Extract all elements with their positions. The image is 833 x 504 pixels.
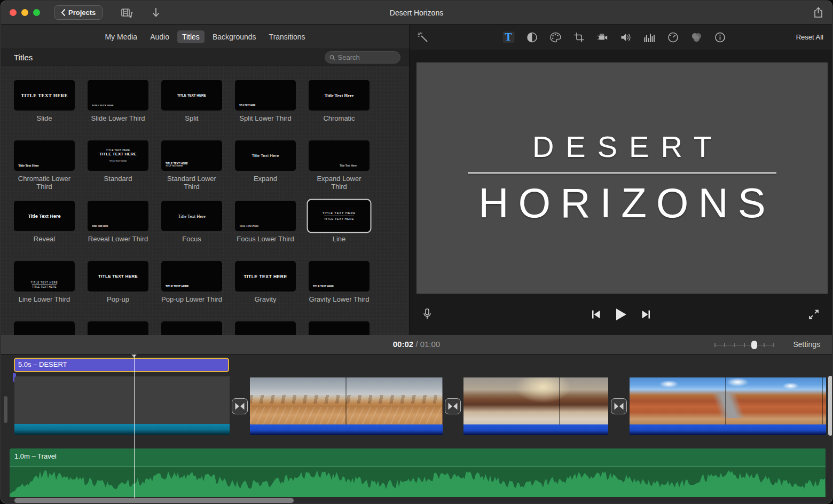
chevron-left-icon	[61, 9, 66, 17]
play-button[interactable]	[615, 308, 627, 321]
color-palette-button[interactable]	[549, 32, 561, 43]
noise-reduction-button[interactable]	[643, 32, 655, 43]
crop-icon	[573, 32, 584, 43]
titles-adjust-button[interactable]: T	[502, 32, 514, 43]
title-template-split-lower-third[interactable]: TITLE TEXT HERESplit Lower Third	[235, 80, 296, 140]
title-template-expand[interactable]: Title Text HereExpand	[235, 140, 296, 201]
timeline-zoom-slider[interactable]	[714, 341, 774, 349]
title-thumbnail: TITLE TEXT HERE	[309, 261, 370, 292]
clip-audio-bar	[463, 424, 608, 435]
title-template-chromatic-lower-third[interactable]: Title Text HereChromatic Lower Third	[14, 140, 75, 201]
timeline-left-handle[interactable]	[4, 396, 7, 423]
reset-all-button[interactable]: Reset All	[796, 33, 823, 41]
timeline-title-clip[interactable]: 5.0s – DESERT	[14, 358, 229, 372]
crop-button[interactable]	[573, 32, 585, 43]
project-title: Desert Horizons	[390, 1, 443, 25]
title-template-label: Pop-up Lower Third	[161, 296, 222, 304]
tab-audio[interactable]: Audio	[145, 30, 174, 43]
titles-text-icon: T	[505, 31, 512, 43]
title-template-focus-lower-third[interactable]: Title Text HereFocus Lower Third	[235, 201, 296, 261]
skip-back-button[interactable]	[590, 309, 602, 320]
title-template-standard[interactable]: TITLE TEXT HERETITLE TEXT HERETITLE TEXT…	[88, 140, 148, 201]
viewer-panel: T	[410, 25, 832, 335]
title-template-label: Pop-up	[88, 296, 148, 304]
video-clip-desert-rocks[interactable]	[250, 377, 443, 435]
title-template-partial[interactable]	[88, 321, 148, 335]
color-circles-icon	[690, 32, 702, 43]
title-template-split[interactable]: TITLE TEXT HERESplit	[161, 80, 222, 140]
video-clip-title-background[interactable]	[14, 376, 230, 435]
title-thumbnail: Title Text Here	[161, 201, 222, 231]
title-template-label: Slide	[14, 115, 75, 123]
stabilization-button[interactable]	[596, 32, 608, 43]
title-thumbnail: TITLE TEXT HERE	[161, 80, 222, 111]
import-media-button[interactable]	[121, 7, 133, 19]
timeline-horizontal-scrollbar[interactable]	[14, 498, 294, 503]
download-button[interactable]	[152, 7, 160, 18]
tab-titles[interactable]: Titles	[177, 30, 205, 43]
title-template-standard-lower-third[interactable]: TITLE TEXT HERETITLE TEXT HEREStandard L…	[161, 140, 222, 201]
zoom-window-button[interactable]	[33, 9, 40, 16]
title-template-slide[interactable]: TITLE TEXT HERESlide	[14, 80, 75, 140]
title-thumbnail: Title Text Here	[14, 201, 75, 231]
playhead[interactable]	[134, 355, 135, 499]
clip-audio-bar	[250, 424, 443, 435]
title-template-chromatic[interactable]: Title Text HereChromatic	[309, 80, 370, 140]
video-clip-desert-road[interactable]	[630, 377, 826, 435]
info-button[interactable]	[714, 32, 726, 43]
title-template-gravity[interactable]: TITLE TEXT HEREGravity	[235, 261, 296, 321]
zoom-slider-thumb[interactable]	[751, 341, 757, 349]
minimize-window-button[interactable]	[21, 9, 28, 16]
transition-clip-1[interactable]	[232, 398, 248, 414]
video-clip-desert-sunset[interactable]	[463, 377, 608, 435]
color-correction-button[interactable]	[690, 32, 702, 43]
media-browser-panel: My MediaAudioTitlesBackgroundsTransition…	[1, 25, 410, 335]
audio-clip-header: 1.0m – Travel	[10, 448, 826, 467]
title-thumbnail: TITLE TEXT HERE	[14, 80, 75, 111]
search-box[interactable]	[325, 51, 400, 64]
title-template-partial[interactable]	[235, 321, 296, 335]
title-template-partial[interactable]	[14, 321, 75, 335]
zoom-slider-ticks	[714, 341, 774, 349]
tab-my-media[interactable]: My Media	[100, 30, 142, 43]
title-template-partial[interactable]	[309, 321, 370, 335]
projects-back-button[interactable]: Projects	[54, 5, 103, 20]
settings-button[interactable]: Settings	[793, 335, 820, 354]
timecode-bar: 00:02 / 01:00 Settings	[1, 335, 832, 355]
skip-forward-icon	[640, 309, 652, 320]
title-template-reveal-lower-third[interactable]: Title Text HereReveal Lower Third	[88, 201, 148, 261]
skip-forward-button[interactable]	[640, 309, 652, 320]
transition-clip-3[interactable]	[611, 398, 627, 414]
fullscreen-button[interactable]	[808, 309, 819, 320]
title-template-pop-up-lower-third[interactable]: TITLE TEXT HEREPop-up Lower Third	[161, 261, 222, 321]
tab-backgrounds[interactable]: Backgrounds	[208, 30, 261, 43]
enhance-button[interactable]	[417, 32, 429, 43]
tab-transitions[interactable]: Transitions	[264, 30, 310, 43]
title-template-expand-lower-third[interactable]: Title Text HereExpand Lower Third	[309, 140, 370, 201]
close-window-button[interactable]	[10, 9, 17, 16]
title-thumbnail	[14, 321, 75, 335]
title-template-line[interactable]: TITLE TEXT HERETITLE TEXT HERELine	[309, 201, 370, 261]
color-balance-button[interactable]	[526, 32, 538, 43]
title-thumbnail: Title Text Here	[309, 80, 370, 111]
timeline-vertical-scrollbar[interactable]	[828, 376, 832, 436]
title-clip-label: 5.0s – DESERT	[18, 360, 67, 368]
title-template-slide-lower-third[interactable]: TITLE TEXT HERESlide Lower Third	[88, 80, 148, 140]
main-area: My MediaAudioTitlesBackgroundsTransition…	[1, 25, 832, 335]
title-template-focus[interactable]: Title Text HereFocus	[161, 201, 222, 261]
imovie-window: Projects Desert Horizons	[1, 1, 832, 503]
share-button[interactable]	[813, 7, 823, 18]
volume-button[interactable]	[620, 32, 632, 43]
title-template-gravity-lower-third[interactable]: TITLE TEXT HEREGravity Lower Third	[309, 261, 370, 321]
search-input[interactable]	[338, 53, 396, 61]
speed-button[interactable]	[667, 32, 679, 43]
title-template-partial[interactable]	[161, 321, 222, 335]
title-template-reveal[interactable]: Title Text HereReveal	[14, 201, 75, 261]
title-template-pop-up[interactable]: TITLE TEXT HEREPop-up	[88, 261, 148, 321]
title-template-label: Expand	[235, 175, 296, 183]
audio-clip-travel[interactable]: 1.0m – Travel	[10, 448, 826, 498]
voiceover-button[interactable]	[423, 308, 431, 321]
equalizer-bars-icon	[643, 33, 655, 42]
transition-clip-2[interactable]	[445, 398, 461, 414]
title-template-line-lower-third[interactable]: TITLE TEXT HERETITLE TEXT HERELine Lower…	[14, 261, 75, 321]
